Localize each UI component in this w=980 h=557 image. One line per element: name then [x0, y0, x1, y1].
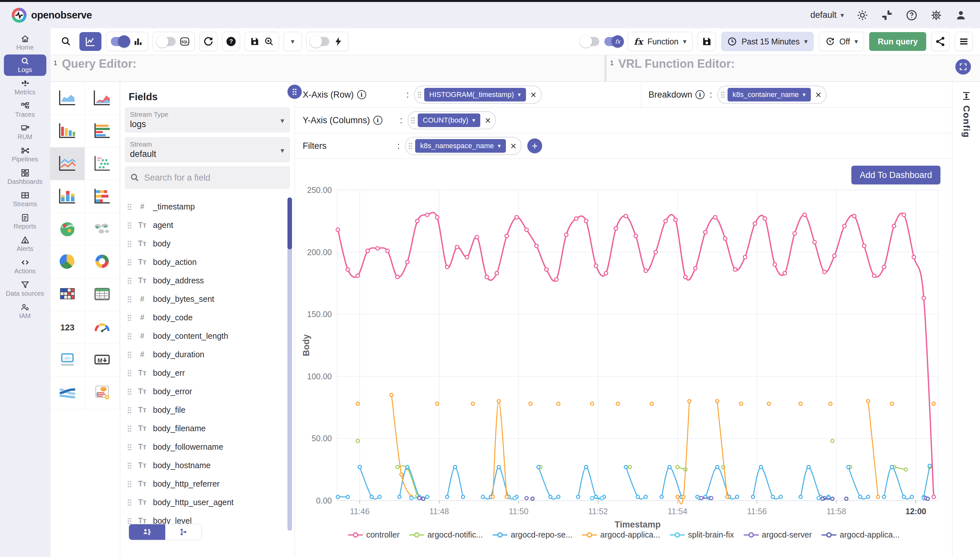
- breakdown-chip[interactable]: k8s_container_name▾ ×: [717, 86, 826, 104]
- query-help-button[interactable]: ?: [222, 32, 240, 51]
- remove-breakdown-icon[interactable]: ×: [813, 90, 823, 100]
- legend-item-argocd-applica[interactable]: argocd-applica...: [822, 530, 900, 539]
- theme-toggle-button[interactable]: [856, 9, 868, 21]
- menu-button[interactable]: [955, 32, 973, 51]
- histogram-toggle[interactable]: [111, 37, 129, 46]
- chart-type-h-bar[interactable]: [85, 115, 120, 148]
- time-range-dropdown[interactable]: Past 15 Minutes ▾: [721, 32, 814, 51]
- user-avatar-icon[interactable]: [955, 9, 967, 21]
- legend-item-argocd-server[interactable]: argocd-server: [744, 530, 812, 539]
- field-item-body_address[interactable]: Tтbody_address: [120, 271, 294, 290]
- sidebar-item-metrics[interactable]: Metrics: [4, 77, 46, 98]
- refresh-button[interactable]: [199, 32, 218, 51]
- field-item-body_code[interactable]: #body_code: [120, 308, 294, 327]
- chart-type-markdown[interactable]: M: [85, 344, 120, 377]
- save-function-button[interactable]: [698, 32, 716, 51]
- search-mode-button[interactable]: [57, 32, 75, 51]
- chart-type-table[interactable]: [85, 278, 120, 311]
- sidebar-item-data-sources[interactable]: Data sources: [4, 278, 46, 300]
- stream-select[interactable]: Stream default ▾: [125, 137, 290, 163]
- chart-type-html[interactable]: </>: [50, 344, 85, 377]
- chart-type-h-stacked[interactable]: [85, 180, 120, 213]
- filter-chip[interactable]: k8s_namespace_name▾ ×: [405, 137, 522, 155]
- help-button[interactable]: [905, 9, 918, 21]
- remove-filter-icon[interactable]: ×: [509, 141, 518, 151]
- legend-item-argocd-repo-se[interactable]: argocd-repo-se...: [492, 530, 572, 539]
- chart-type-area-stacked[interactable]: [85, 82, 120, 115]
- sidebar-item-alerts[interactable]: Alerts: [4, 233, 46, 255]
- chart-type-metric[interactable]: 123: [50, 311, 85, 344]
- y-axis-chip[interactable]: COUNT(body)▾ ×: [408, 111, 496, 129]
- sidebar-item-home[interactable]: Home: [4, 32, 46, 54]
- sidebar-item-logs[interactable]: Logs: [4, 54, 46, 76]
- sidebar-item-streams[interactable]: Streams: [4, 189, 46, 210]
- config-sidebar-toggle[interactable]: Config: [952, 82, 980, 557]
- saved-views-dropdown[interactable]: ▾: [284, 32, 302, 51]
- sidebar-item-actions[interactable]: Actions: [4, 256, 46, 277]
- field-item-body_action[interactable]: Tтbody_action: [120, 253, 294, 271]
- field-item-body_error[interactable]: Tтbody_error: [120, 382, 294, 401]
- remove-x-axis-icon[interactable]: ×: [528, 90, 538, 100]
- chart-type-sankey[interactable]: [50, 377, 85, 409]
- sidebar-item-reports[interactable]: Reports: [4, 211, 46, 233]
- legend-item-argocd-notific[interactable]: argocd-notific...: [409, 530, 483, 539]
- field-item-body_http_user_agent[interactable]: Tтbody_http_user_agent: [120, 493, 294, 511]
- stream-type-select[interactable]: Stream Type logs ▾: [125, 107, 290, 133]
- legend-item-argocd-applica[interactable]: argocd-applica...: [582, 530, 660, 539]
- chart-type-scatter[interactable]: [85, 148, 120, 180]
- sidebar-item-traces[interactable]: Traces: [4, 99, 46, 121]
- panel-resize-handle[interactable]: [288, 85, 302, 99]
- chart-type-custom[interactable]: [85, 377, 120, 409]
- chart-type-maps[interactable]: [85, 213, 120, 246]
- chart-type-gauge[interactable]: [85, 311, 120, 344]
- visualize-mode-button[interactable]: [80, 32, 101, 51]
- saved-views-icon[interactable]: [264, 36, 274, 47]
- vrl-function-toggle[interactable]: fx: [605, 37, 622, 46]
- sql-mode-toggle[interactable]: [158, 37, 176, 46]
- field-item-body_duration[interactable]: #body_duration: [120, 345, 294, 364]
- chart-type-bar[interactable]: [50, 115, 85, 148]
- slack-icon[interactable]: [881, 9, 893, 21]
- chart-type-stacked[interactable]: [50, 180, 85, 213]
- all-fields-schema-button[interactable]: [165, 524, 202, 540]
- quick-mode-toggle[interactable]: [311, 37, 329, 46]
- x-axis-chip[interactable]: HISTOGRAM(_timestamp)▾ ×: [414, 86, 541, 104]
- query-editor[interactable]: 1 Query Editor:: [50, 55, 607, 82]
- field-item-body[interactable]: Tтbody: [120, 235, 294, 253]
- chart-type-line[interactable]: [50, 148, 85, 180]
- auto-refresh-dropdown[interactable]: Off ▾: [819, 32, 864, 51]
- save-icon[interactable]: [250, 36, 260, 47]
- field-item-body_bytes_sent[interactable]: #body_bytes_sent: [120, 290, 294, 308]
- chart-type-geomap[interactable]: [50, 213, 85, 246]
- share-button[interactable]: [931, 32, 949, 51]
- user-defined-schema-button[interactable]: [129, 524, 165, 540]
- field-item-agent[interactable]: Tтagent: [120, 216, 294, 235]
- add-filter-button[interactable]: +: [527, 138, 542, 153]
- chart-type-donut[interactable]: [85, 246, 120, 278]
- remove-y-axis-icon[interactable]: ×: [483, 116, 492, 125]
- field-item-body_err[interactable]: Tтbody_err: [120, 364, 294, 382]
- field-list-scrollbar[interactable]: [288, 197, 292, 531]
- field-item-body_hostname[interactable]: Tтbody_hostname: [120, 456, 294, 475]
- run-query-button[interactable]: Run query: [869, 32, 926, 51]
- timeseries-chart[interactable]: 0.0050.00100.00150.00200.00250.0011:4611…: [298, 166, 949, 529]
- settings-gear-icon[interactable]: [930, 9, 943, 21]
- vrl-function-editor[interactable]: 1 VRL Function Editor:: [607, 55, 980, 82]
- field-item-body_content_length[interactable]: #body_content_length: [120, 327, 294, 345]
- sidebar-item-pipelines[interactable]: Pipelines: [4, 144, 46, 165]
- sidebar-item-iam[interactable]: IAM: [4, 301, 46, 322]
- chart-type-heatmap[interactable]: [50, 278, 85, 311]
- field-item-body_http_referrer[interactable]: Tтbody_http_referrer: [120, 475, 294, 493]
- field-item-body_filename[interactable]: Tтbody_filename: [120, 419, 294, 438]
- field-item-_timestamp[interactable]: #_timestamp: [120, 197, 294, 216]
- expand-editor-button[interactable]: [956, 59, 971, 75]
- sidebar-item-rum[interactable]: RUM: [4, 122, 46, 143]
- field-item-body_file[interactable]: Tтbody_file: [120, 401, 294, 419]
- function-dropdown[interactable]: fx Function ▾: [628, 32, 692, 51]
- field-item-body_followername[interactable]: Tтbody_followername: [120, 438, 294, 456]
- chart-type-pie[interactable]: [50, 246, 85, 278]
- legend-item-split-brain-fix[interactable]: split-brain-fix: [670, 530, 734, 539]
- sidebar-item-dashboards[interactable]: Dashboards: [4, 166, 46, 188]
- chart-type-area[interactable]: [50, 82, 85, 115]
- legend-item-controller[interactable]: controller: [348, 530, 400, 539]
